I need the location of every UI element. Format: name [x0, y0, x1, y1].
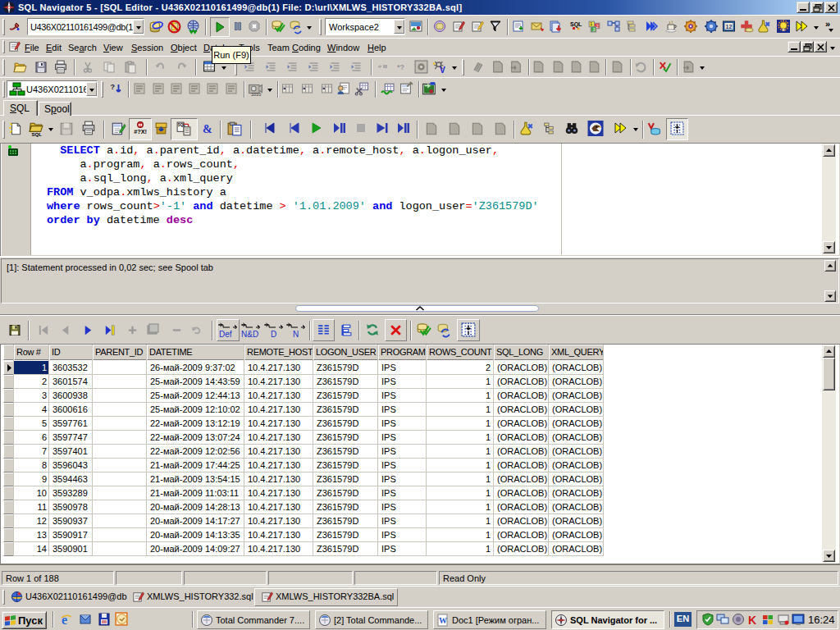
svg-text:D: D	[271, 330, 276, 339]
svg-text:N&D: N&D	[241, 330, 258, 339]
svg-text:*?: *?	[397, 63, 404, 71]
svg-text:1010: 1010	[251, 92, 261, 97]
svg-text:K: K	[748, 614, 756, 627]
svg-text:SQL: SQL	[31, 131, 42, 137]
svg-text:W: W	[439, 616, 447, 625]
svg-text:1: 1	[590, 21, 592, 26]
svg-text:#?X!: #?X!	[134, 128, 147, 135]
svg-text:N: N	[293, 330, 299, 339]
svg-text:V: V	[440, 66, 445, 75]
svg-text:?: ?	[111, 83, 116, 91]
svg-text:SQL: SQL	[178, 123, 186, 127]
svg-text:3: 3	[592, 27, 595, 32]
svg-text:e: e	[62, 613, 67, 627]
svg-text:2: 2	[596, 24, 599, 29]
svg-text:SQL: SQL	[570, 21, 582, 28]
svg-text:&: &	[203, 122, 212, 135]
svg-text:12: 12	[726, 24, 733, 30]
svg-text:Def: Def	[219, 330, 232, 339]
